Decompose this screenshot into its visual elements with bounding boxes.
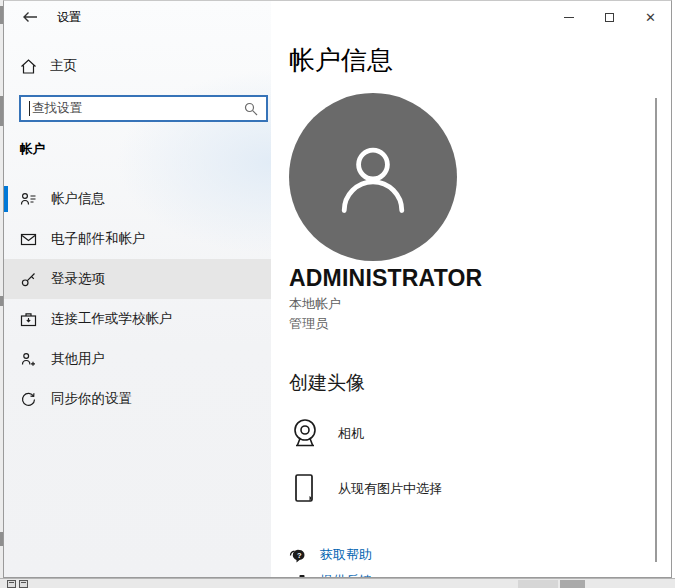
sidebar-item-label: 其他用户 [51,350,105,368]
titlebar: 设置 [4,1,271,33]
sidebar-item-sign-in-options[interactable]: 登录选项 [4,259,271,299]
background-taskbar-icon [7,580,16,588]
account-info-icon [20,191,37,208]
home-icon [20,58,37,75]
sidebar-nav: 帐户信息 电子邮件和帐户 登录选项 [4,179,271,419]
sidebar-item-label: 同步你的设置 [51,390,132,408]
sidebar: 设置 主页 查找设置 帐户 [4,1,271,577]
browse-picture-option-label: 从现有图片中选择 [338,480,442,498]
search-icon[interactable] [244,102,258,116]
get-help-link[interactable]: ? 获取帮助 [289,542,671,568]
sidebar-item-home[interactable]: 主页 [4,50,271,82]
get-help-label: 获取帮助 [320,546,372,564]
create-avatar-heading: 创建头像 [289,370,671,396]
picture-file-icon [289,472,321,506]
content-scrollbar[interactable] [655,98,657,562]
background-window-bottom-edge [0,578,675,588]
sidebar-item-label: 主页 [50,57,77,75]
sidebar-item-other-users[interactable]: 其他用户 [4,339,271,379]
minimize-button[interactable] [548,1,589,33]
feedback-person-icon [289,573,306,578]
close-icon: ✕ [645,11,656,24]
person-silhouette-icon [325,129,421,225]
sidebar-group-header: 帐户 [20,141,271,158]
settings-window: 设置 主页 查找设置 帐户 [3,0,672,578]
window-controls: ✕ [548,1,671,33]
give-feedback-label: 提供反馈 [320,572,372,577]
maximize-button[interactable] [589,1,630,33]
sidebar-item-sync-settings[interactable]: 同步你的设置 [4,379,271,419]
user-avatar [289,93,457,261]
sync-icon [20,391,37,408]
search-input[interactable]: 查找设置 [19,95,268,122]
email-icon [20,231,37,248]
back-arrow-icon [22,11,38,23]
screen: 设置 主页 查找设置 帐户 [0,0,675,588]
help-bubble-icon: ? [289,547,306,564]
sidebar-item-label: 帐户信息 [51,190,105,208]
background-scrollbar-fragment [518,580,558,588]
svg-text:?: ? [297,550,302,559]
footer-links: ? 获取帮助 提供反馈 [289,542,671,577]
sidebar-item-email-accounts[interactable]: 电子邮件和帐户 [4,219,271,259]
maximize-icon [605,13,614,22]
background-taskbar-icon [19,580,28,588]
back-button[interactable] [19,6,41,28]
give-feedback-link[interactable]: 提供反馈 [289,568,671,577]
app-title: 设置 [57,9,81,26]
selected-indicator [4,186,8,212]
main-content: ✕ 帐户信息 ADMINISTRATOR 本地帐户 管理员 创建头像 相机 [271,1,671,577]
sidebar-item-label: 电子邮件和帐户 [51,230,146,248]
account-type: 本地帐户 [289,295,671,312]
page-title: 帐户信息 [289,43,671,78]
camera-option[interactable]: 相机 [289,417,671,451]
key-icon [20,271,37,288]
webcam-icon [289,417,321,451]
sidebar-item-label: 登录选项 [51,270,105,288]
camera-option-label: 相机 [338,425,364,443]
user-name: ADMINISTRATOR [289,265,671,292]
text-caret [29,101,30,116]
sidebar-item-account-info[interactable]: 帐户信息 [4,179,271,219]
briefcase-icon [20,311,37,328]
minimize-icon [564,17,574,18]
close-button[interactable]: ✕ [630,1,671,33]
other-users-icon [20,351,37,368]
sidebar-item-label: 连接工作或学校帐户 [51,310,173,328]
background-scrollbar-fragment [560,580,585,588]
user-role: 管理员 [289,315,671,332]
browse-picture-option[interactable]: 从现有图片中选择 [289,472,671,506]
sidebar-item-work-school-account[interactable]: 连接工作或学校帐户 [4,299,271,339]
search-placeholder: 查找设置 [32,100,244,117]
